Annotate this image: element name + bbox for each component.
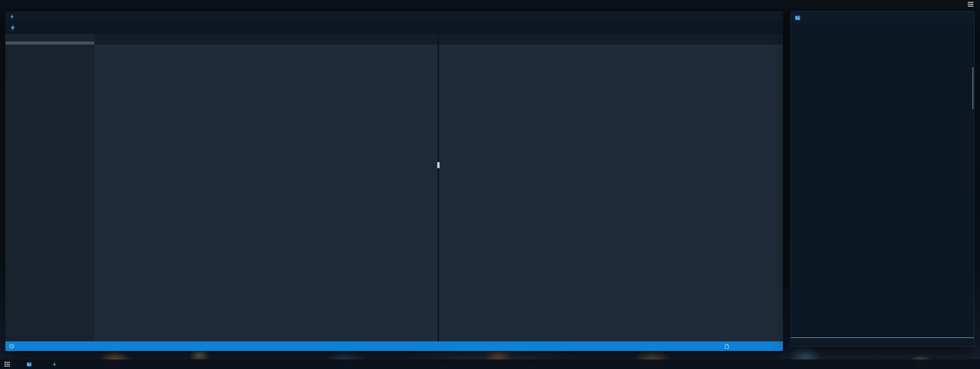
sidebar-title: [5, 34, 94, 38]
taskbar-item-notepada[interactable]: [52, 362, 60, 367]
code-editor-right[interactable]: [468, 46, 783, 341]
gutter-right: [439, 46, 468, 341]
statusbar: [5, 341, 783, 351]
terminal-input[interactable]: [791, 338, 974, 346]
wstty-window: [791, 11, 975, 347]
notepada-logo-icon: [52, 362, 57, 367]
notepada-logo-icon: [9, 24, 16, 31]
notepad-main: [5, 34, 783, 341]
hamburger-menu-icon[interactable]: [967, 1, 975, 8]
notepad-window: [5, 11, 783, 351]
notepada-logo-icon: [9, 14, 15, 20]
workspace-header[interactable]: [5, 41, 94, 45]
tabbar-right: [439, 34, 783, 45]
code-area-left: [94, 45, 438, 341]
document-icon: [725, 344, 729, 349]
code-area-right: [439, 45, 783, 341]
statusbar-right: [725, 344, 754, 349]
app-launcher-icon[interactable]: [5, 362, 10, 367]
notepad-menubar: [5, 22, 783, 34]
clock-icon: [9, 344, 14, 349]
notepad-titlebar[interactable]: [5, 12, 783, 22]
scrollbar-thumb[interactable]: [972, 67, 973, 109]
terminal-output[interactable]: [791, 24, 974, 338]
tabbar-left: [94, 34, 438, 45]
desktop: [0, 0, 980, 369]
os-topbar: [0, 0, 980, 8]
open-editors-header[interactable]: [5, 38, 94, 41]
taskbar-item-wstty[interactable]: [26, 362, 35, 367]
terminal-icon: [26, 362, 32, 367]
status-filepath: [725, 344, 731, 349]
sidebar: [5, 34, 94, 341]
code-editor-left[interactable]: [129, 46, 438, 341]
editor-split-view: [94, 34, 783, 341]
taskbar: [0, 359, 980, 369]
wstty-titlebar[interactable]: [791, 12, 974, 24]
editor-pane-right: [439, 34, 783, 341]
gutter-left: [94, 46, 129, 341]
editor-pane-left: [94, 34, 438, 341]
terminal-icon: [795, 15, 800, 21]
